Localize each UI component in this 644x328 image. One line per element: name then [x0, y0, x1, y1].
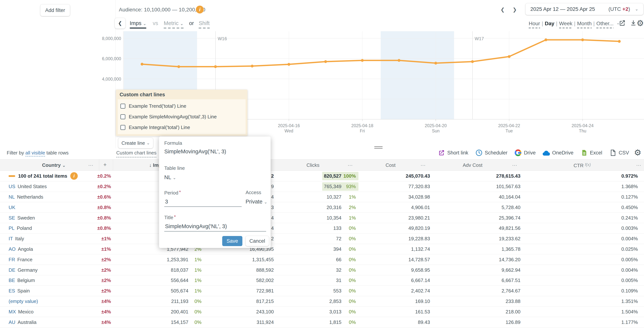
ctr-value: 1.368% — [622, 184, 638, 189]
country-code: PL — [8, 225, 14, 231]
excel-export-button[interactable]: Excel — [580, 149, 602, 156]
filter-by-text: Filter by all visible table rows — [7, 150, 68, 156]
add-column-button[interactable]: + — [103, 162, 107, 168]
chart-line-option[interactable]: Example Integral('total') Line — [120, 122, 243, 133]
info-icon[interactable]: i — [70, 172, 78, 180]
create-line-button[interactable]: Create line⌄ — [118, 138, 153, 148]
chart-line-option[interactable]: Example Trend('total') Line — [120, 101, 243, 111]
title-input[interactable]: SimpleMovingAvg('NL', 3) — [165, 223, 227, 229]
uncertainty-value: ±2% — [101, 267, 111, 273]
cost-menu-icon[interactable]: ⋯ — [420, 162, 426, 168]
imps-percent: 0% — [194, 319, 202, 325]
imps-value: 154,157 — [171, 319, 188, 325]
table-row[interactable]: ITItaly±1%2720%19,228.8319,233.620.004% — [0, 234, 644, 244]
chevron-down-icon: ⌄ — [146, 141, 150, 146]
column-adv-cost[interactable]: Adv Cost — [463, 162, 482, 168]
country-name: Mexico — [18, 309, 34, 314]
scheduler-button[interactable]: Scheduler — [476, 149, 508, 156]
chart-table-resize-handle[interactable] — [374, 146, 382, 149]
clicks-percent: 100% — [344, 173, 356, 179]
table-row[interactable]: USUnited States±0.2%9765,34993%77,320.83… — [0, 181, 644, 192]
metric-value: 2 — [271, 173, 274, 179]
required-asterisk: * — [179, 190, 181, 195]
table-header: Country⌄ ⋯ + ↓ Imps Clicks ⋯ Cost ⋯ Adv … — [0, 159, 644, 171]
svg-text:W17: W17 — [475, 36, 484, 41]
table-row[interactable]: DEGermany±2%818,0371%888,592320%9,658.95… — [0, 265, 644, 275]
column-clicks[interactable]: Clicks — [306, 162, 320, 168]
panel-title: Custom chart lines — [116, 90, 248, 100]
adv-cost-value: 218.00 — [506, 309, 520, 314]
table-row[interactable]: PLPoland±0.8%41330%49,820.1949,821.560.0… — [0, 223, 644, 234]
table-settings-gear-icon[interactable]: ⚙ — [634, 149, 642, 156]
cost-value: 34,028.98 — [408, 194, 430, 200]
column-ctr[interactable]: CTR f(x) — [574, 162, 591, 168]
cost-value: 4,906.01 — [411, 204, 430, 210]
google-drive-button[interactable]: Drive — [514, 149, 536, 156]
table-row[interactable]: ESSpain±2%505,6741%722,9815530%2,402.742… — [0, 286, 644, 296]
country-code: ES — [8, 288, 15, 294]
clicks-value: 133 — [334, 225, 342, 231]
table-row[interactable]: NLNetherlands±0.6%410,3271%34,028.9840,1… — [0, 192, 644, 202]
column-country[interactable]: Country⌄ — [42, 162, 66, 168]
line-color-swatch — [8, 175, 15, 177]
table-row[interactable]: FRFrance±2%1,253,3911%1,315,455660%14,72… — [0, 254, 644, 265]
uncertainty-value: ±2% — [101, 277, 111, 283]
imps-percent: 1% — [194, 256, 202, 262]
ctr-value: 0.003% — [622, 225, 638, 231]
table-row[interactable]: MXMexico±4%200,4010%243,1003,0130%161.53… — [0, 306, 644, 317]
checkbox-unchecked[interactable] — [120, 104, 126, 109]
imps-percent: 0% — [194, 309, 202, 314]
csv-export-button[interactable]: CSV — [609, 149, 629, 156]
imps-percent: 0% — [194, 298, 202, 304]
svg-text:Thu: Thu — [579, 128, 586, 133]
country-name: United States — [18, 184, 47, 189]
country-code: DE — [8, 267, 15, 273]
metric-value: 722,981 — [256, 288, 274, 294]
svg-text:4,000,000: 4,000,000 — [102, 77, 121, 82]
period-label: Period* — [164, 190, 181, 196]
clicks-value: 1,815 — [329, 319, 342, 325]
svg-text:6,000,000: 6,000,000 — [102, 56, 121, 61]
short-link-button[interactable]: Short link — [438, 149, 468, 156]
country-menu-icon[interactable]: ⋯ — [88, 162, 94, 168]
csv-file-icon — [609, 149, 616, 156]
save-button[interactable]: Save — [222, 236, 242, 246]
table-row-total[interactable]: 100 of 241 total itemsi±0.2%2820,527100%… — [0, 171, 644, 181]
tab-custom-chart-lines[interactable]: Custom chart lines — [116, 150, 156, 157]
clicks-percent: 0% — [349, 319, 356, 325]
adv-cost-value: 25,396.74 — [499, 215, 520, 221]
clicks-percent: 0% — [349, 267, 356, 273]
clicks-value: 10,327 — [326, 194, 342, 200]
table-line-dropdown[interactable]: NL⌄ — [164, 174, 176, 180]
all-visible-link[interactable]: all visible — [26, 150, 45, 157]
clicks-percent: 0% — [349, 236, 356, 242]
table-row[interactable]: UK±0.8%320,3162%4,906.015,728.400.450% — [0, 202, 644, 213]
chart-line-option[interactable]: Example SimpleMovingAvg('total',3) Line — [120, 111, 243, 122]
country-code: SE — [8, 215, 15, 221]
table-row[interactable]: (empty value)±4%211,1930%817,2152,8530%1… — [0, 296, 644, 307]
column-cost[interactable]: Cost — [386, 162, 396, 168]
onedrive-button[interactable]: OneDrive — [543, 149, 573, 156]
svg-text:2025-04-18: 2025-04-18 — [351, 123, 374, 128]
clicks-menu-icon[interactable]: ⋯ — [348, 162, 353, 168]
ctr-value: 1.351% — [622, 298, 638, 304]
checkbox-unchecked[interactable] — [120, 114, 126, 119]
imps-line-chart[interactable]: W16W178,000,0006,000,0004,000,0002025-04… — [0, 0, 644, 137]
adv-cost-value: 278,615.43 — [496, 173, 520, 179]
clicks-value: 72 — [336, 236, 342, 242]
table-row[interactable]: SESweden±0.8%410,3541%23,980.2125,396.74… — [0, 213, 644, 223]
cancel-button[interactable]: Cancel — [246, 236, 269, 246]
checkbox-unchecked[interactable] — [120, 125, 126, 130]
metric-value: 4 — [271, 225, 274, 231]
access-dropdown[interactable]: Private⌄ — [246, 199, 268, 205]
metric-value: 2 — [271, 236, 274, 242]
table-row[interactable]: BEBelgium±2%556,6441%582,002310%6,667.14… — [0, 275, 644, 286]
uncertainty-value: ±0.8% — [97, 215, 111, 221]
ctr-menu-icon[interactable]: ⋯ — [636, 162, 642, 168]
table-row[interactable]: AUAustralia±4%154,1570%311,9241,8150%89.… — [0, 317, 644, 327]
period-input[interactable]: 3 — [165, 199, 168, 205]
cost-value: 245,070.43 — [406, 173, 430, 179]
required-asterisk: * — [174, 214, 176, 219]
adv-cost-menu-icon[interactable]: ⋯ — [512, 162, 517, 168]
table-row[interactable]: AOAngola±1%1,577,9422%16,490,3953940%1,1… — [0, 244, 644, 254]
